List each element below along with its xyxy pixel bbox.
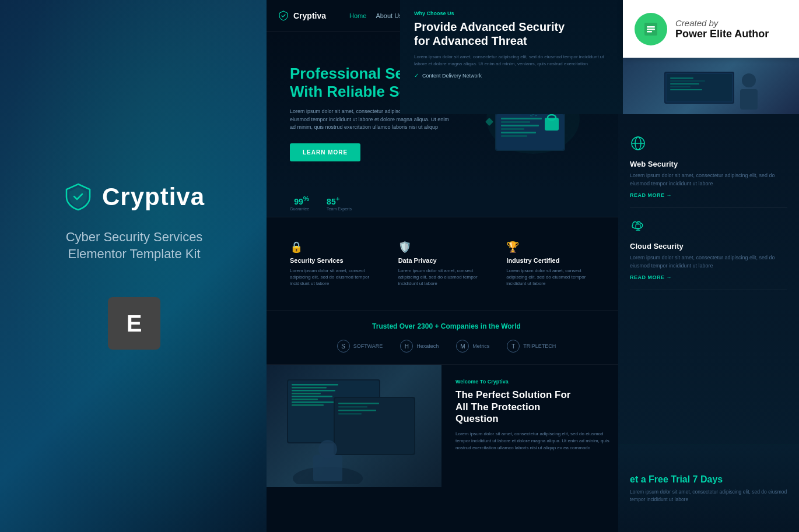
svg-rect-56: [338, 410, 376, 411]
bottom-left-image: [267, 365, 441, 487]
bottom-right-text: Welcome To Cryptiva The Perfect Solution…: [441, 365, 626, 487]
svg-rect-47: [292, 393, 321, 394]
svg-rect-48: [292, 396, 332, 397]
stat-guarantee-number: 99%: [294, 197, 309, 206]
svg-rect-59: [313, 455, 342, 481]
software-logo-icon: S: [337, 340, 350, 353]
nav-brand-name: Cryptiva: [293, 11, 326, 20]
check-icon: ✓: [414, 72, 419, 79]
nav-link-about[interactable]: About Us: [376, 12, 402, 19]
stat-guarantee-label: Guarantee: [290, 207, 309, 211]
trust-logo-tripletech: T TRIPLETECH: [507, 340, 556, 353]
creator-text: Created by Power Elite Author: [675, 18, 769, 40]
right-service-card-cloud: Cloud Security Lorem ipsum dolor sit ame…: [630, 208, 787, 290]
free-trial-section: et a Free Trial 7 Days Lorem ipsum dolor…: [618, 445, 799, 532]
svg-rect-44: [292, 384, 338, 386]
right-service-card-web: Web Security Lorem ipsum dolor sit amet,…: [630, 126, 787, 208]
learn-more-button[interactable]: LEARN MORE: [290, 143, 360, 161]
svg-rect-7: [670, 77, 693, 79]
cloud-security-icon: [630, 217, 787, 237]
service-certified-desc: Lorem ipsum dolor sit amet, consect adip…: [506, 267, 603, 287]
right-service-web-desc: Lorem ipsum dolor sit amet, consectetur …: [630, 172, 787, 188]
stat-experts-label: Team Experts: [327, 207, 352, 211]
trust-bar: Trusted Over 2300 + Companies in the Wor…: [267, 310, 626, 364]
bottom-desc: Lorem ipsum dolor sit amet, consectetur …: [455, 431, 612, 452]
svg-rect-3: [647, 31, 652, 33]
free-trial-desc: Lorem ipsum dolor sit amet, consectetur …: [630, 488, 787, 503]
svg-rect-19: [501, 125, 539, 126]
service-privacy-title: Data Privacy: [398, 257, 495, 264]
right-service-web-title: Web Security: [630, 160, 787, 168]
metrics-logo-icon: M: [456, 340, 469, 353]
brand-tagline: Cyber Security Services Elementor Templa…: [66, 229, 203, 262]
trust-logos: S SOFTWARE H Hexatech M Metrics T TRIPLE…: [290, 340, 603, 353]
svg-rect-18: [501, 121, 530, 123]
svg-rect-20: [501, 128, 524, 130]
bottom-title: The Perfect Solution For All The Protect…: [455, 389, 612, 425]
svg-rect-45: [292, 387, 327, 389]
svg-rect-49: [292, 399, 318, 400]
service-card-security: 🔒 Security Services Lorem ipsum dolor si…: [290, 235, 387, 293]
trust-logo-software: S SOFTWARE: [337, 340, 383, 353]
creator-line1: Created by: [675, 18, 769, 28]
svg-rect-22: [501, 135, 527, 137]
bottom-section: Welcome To Cryptiva The Perfect Solution…: [267, 364, 626, 487]
why-check: ✓ Content Delivery Network: [414, 72, 609, 79]
service-privacy-desc: Lorem ipsum dolor sit amet, consect adip…: [398, 267, 495, 287]
web-security-icon: [630, 135, 787, 155]
trust-text: Trusted Over 2300 + Companies in the Wor…: [290, 322, 603, 330]
elementor-e-icon: E: [127, 311, 142, 337]
service-security-icon: 🔒: [290, 241, 387, 253]
svg-point-12: [742, 73, 756, 87]
services-strip: 🔒 Security Services Lorem ipsum dolor si…: [267, 217, 626, 311]
monitor-overlay: [267, 365, 441, 487]
service-security-desc: Lorem ipsum dolor sit amet, consect adip…: [290, 267, 387, 287]
why-desc: Lorem ipsum dolor sit amet, consectetur …: [414, 54, 609, 68]
svg-point-60: [318, 440, 337, 459]
service-card-certified: 🏆 Industry Certified Lorem ipsum dolor s…: [506, 235, 603, 293]
right-service-cloud-read-more[interactable]: READ MORE →: [630, 274, 787, 280]
right-service-cloud-desc: Lorem ipsum dolor sit amet, consectetur …: [630, 254, 787, 270]
creator-icon: [635, 13, 667, 45]
svg-rect-21: [501, 132, 536, 133]
svg-rect-10: [670, 86, 691, 87]
brand-logo-left: Cryptiva: [64, 182, 205, 212]
nav-link-home[interactable]: Home: [349, 12, 366, 19]
right-service-cloud-title: Cloud Security: [630, 242, 787, 251]
photo-overlay: [623, 58, 799, 114]
svg-rect-55: [338, 406, 367, 408]
svg-rect-11: [670, 89, 702, 90]
stat-guarantee: 99% Guarantee: [290, 195, 309, 211]
svg-rect-8: [670, 80, 705, 82]
welcome-tag: Welcome To Cryptiva: [455, 379, 612, 385]
left-panel: Cryptiva Cyber Security Services Element…: [0, 0, 268, 532]
service-security-title: Security Services: [290, 257, 387, 264]
service-card-privacy: 🛡️ Data Privacy Lorem ipsum dolor sit am…: [398, 235, 495, 293]
free-trial-title: et a Free Trial 7 Days: [630, 474, 787, 485]
why-title: Provide Advanced Security for Advanced T…: [414, 20, 609, 48]
svg-rect-9: [670, 83, 699, 84]
creator-badge: Created by Power Elite Author: [623, 0, 799, 58]
service-privacy-icon: 🛡️: [398, 241, 495, 253]
nav-brand: Cryptiva: [278, 10, 326, 21]
svg-rect-1: [647, 26, 655, 28]
service-certified-icon: 🏆: [506, 241, 603, 253]
right-service-web-read-more[interactable]: READ MORE →: [630, 192, 787, 198]
brand-name-left: Cryptiva: [102, 183, 205, 211]
top-right-photo: [623, 58, 799, 114]
svg-rect-57: [338, 413, 362, 415]
trust-logo-metrics: M Metrics: [456, 340, 489, 353]
stat-experts: 85+ Team Experts: [327, 195, 352, 211]
stat-experts-number: 85+: [327, 197, 339, 206]
why-choose-section: Why Choose Us Provide Advanced Security …: [400, 0, 623, 114]
svg-rect-2: [647, 29, 655, 30]
svg-rect-17: [501, 118, 542, 119]
svg-rect-64: [636, 224, 640, 228]
svg-rect-50: [292, 401, 338, 403]
tripletech-logo-icon: T: [507, 340, 520, 353]
trust-logo-hexatech: H Hexatech: [400, 340, 439, 353]
stats-bar: 99% Guarantee 85+ Team Experts: [267, 189, 626, 217]
elementor-badge: E: [108, 297, 160, 350]
svg-rect-54: [338, 403, 379, 404]
creator-line2: Power Elite Author: [675, 28, 769, 40]
